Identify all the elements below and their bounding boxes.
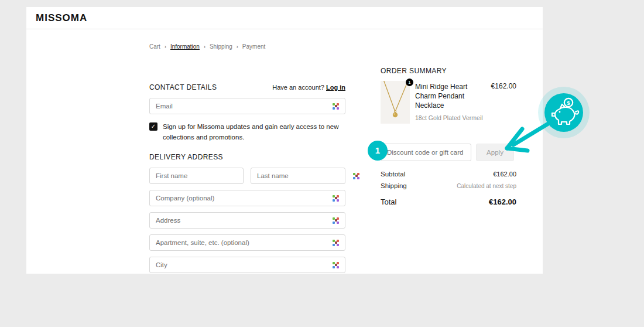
shipping-value: Calculated at next step xyxy=(457,183,516,189)
signup-checkbox[interactable] xyxy=(149,122,157,131)
first-name-input[interactable] xyxy=(150,168,252,183)
total-row: Total €162.00 xyxy=(381,197,516,206)
subtotal-value: €162.00 xyxy=(493,171,516,178)
last-name-input[interactable] xyxy=(251,168,353,183)
signup-label: Sign up for Missoma updates and gain ear… xyxy=(163,121,348,143)
autofill-extension-icon[interactable] xyxy=(333,195,339,202)
total-value: €162.00 xyxy=(489,197,516,206)
breadcrumb-payment: Payment xyxy=(242,43,265,50)
subtotal-row: Subtotal €162.00 xyxy=(381,171,516,178)
chevron-right-icon: › xyxy=(204,44,205,50)
product-variant: 18ct Gold Plated Vermeil xyxy=(415,114,491,121)
login-link[interactable]: Log in xyxy=(326,84,345,91)
address-input[interactable] xyxy=(150,213,333,228)
necklace-illustration xyxy=(381,81,410,124)
checkout-page: MISSOMA Cart › Information › Shipping › … xyxy=(0,0,644,327)
totals-section: Subtotal €162.00 Shipping Calculated at … xyxy=(381,171,516,211)
apartment-field[interactable] xyxy=(149,234,345,251)
first-name-field[interactable] xyxy=(149,168,244,184)
signup-row: Sign up for Missoma updates and gain ear… xyxy=(149,121,348,143)
product-image xyxy=(381,81,410,124)
chevron-right-icon: › xyxy=(165,44,166,50)
autofill-extension-icon[interactable] xyxy=(333,103,339,110)
contact-details-header: CONTACT DETAILS Have an account? Log in xyxy=(149,83,345,91)
product-name: Mini Ridge Heart Charm Pendant Necklace xyxy=(415,82,490,111)
breadcrumb-cart[interactable]: Cart xyxy=(149,43,160,50)
product-details: Mini Ridge Heart Charm Pendant Necklace … xyxy=(410,81,491,124)
have-account-text: Have an account? xyxy=(272,84,324,91)
step-1-badge: 1 xyxy=(368,141,388,161)
discount-code-input[interactable] xyxy=(381,144,471,161)
breadcrumb: Cart › Information › Shipping › Payment xyxy=(149,43,265,50)
discount-code-field[interactable] xyxy=(381,144,471,161)
apartment-input[interactable] xyxy=(150,235,333,250)
email-field[interactable] xyxy=(149,98,345,114)
checkout-card: MISSOMA Cart › Information › Shipping › … xyxy=(26,7,543,274)
missoma-logo[interactable]: MISSOMA xyxy=(36,12,87,24)
breadcrumb-information[interactable]: Information xyxy=(170,43,200,50)
subtotal-label: Subtotal xyxy=(381,171,405,178)
address-field[interactable] xyxy=(149,212,345,229)
total-label: Total xyxy=(381,197,396,206)
city-field[interactable] xyxy=(149,257,345,273)
shipping-row: Shipping Calculated at next step xyxy=(381,182,516,189)
autofill-extension-icon[interactable] xyxy=(353,173,359,179)
breadcrumb-shipping: Shipping xyxy=(210,43,232,50)
product-thumbnail: 1 xyxy=(381,81,410,124)
autofill-extension-icon[interactable] xyxy=(333,262,339,268)
company-input[interactable] xyxy=(150,190,333,206)
quantity-badge: 1 xyxy=(406,79,413,86)
autofill-extension-icon[interactable] xyxy=(333,240,339,246)
contact-details-heading: CONTACT DETAILS xyxy=(149,83,217,91)
dollar-coin-symbol: $ xyxy=(567,100,570,106)
last-name-field[interactable] xyxy=(251,168,345,184)
shipping-label: Shipping xyxy=(381,182,407,189)
company-field[interactable] xyxy=(149,190,345,206)
autofill-extension-icon[interactable] xyxy=(333,217,339,224)
order-summary-heading: ORDER SUMMARY xyxy=(381,67,447,75)
email-input[interactable] xyxy=(150,98,333,114)
city-input[interactable] xyxy=(150,257,333,272)
pointer-arrow-icon xyxy=(495,114,571,161)
account-prompt: Have an account? Log in xyxy=(272,84,345,91)
site-header: MISSOMA xyxy=(26,7,543,29)
chevron-right-icon: › xyxy=(237,44,238,50)
delivery-address-heading: DELIVERY ADDRESS xyxy=(149,153,223,161)
